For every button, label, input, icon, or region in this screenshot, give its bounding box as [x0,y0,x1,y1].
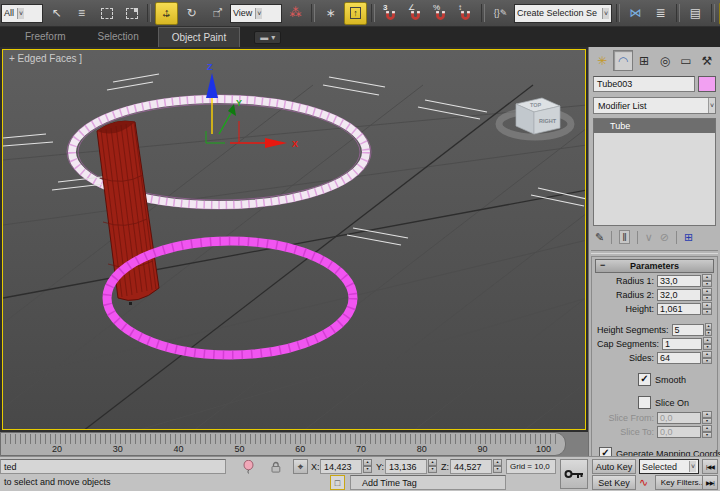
selection-set-dropdown[interactable]: Selected ˅ [639,459,699,474]
tab-motion[interactable]: ◎ [655,50,675,71]
slice-on-checkbox[interactable] [638,396,651,409]
object-color-swatch[interactable] [698,76,716,92]
coord-z-field[interactable]: 44,527 [450,459,492,474]
select-and-scale-button[interactable]: □↗ [205,2,228,25]
smooth-checkbox[interactable]: ✓ [638,373,651,386]
auto-key-button[interactable]: Auto Key [592,459,636,474]
coord-z-spinner[interactable]: ▴▾ [493,459,502,473]
modifier-stack-list[interactable]: Tube [593,118,716,226]
radius1-field[interactable]: 33,0 [657,275,701,287]
cube-icon: □ [335,478,340,488]
add-time-tag-field[interactable]: Add Time Tag [350,475,506,490]
set-key-button[interactable]: Set Key [592,475,636,490]
isolate-selection-toggle[interactable] [243,460,254,474]
separator [611,231,612,244]
select-and-move-button[interactable]: ↔↕ [155,2,178,25]
timeline-tick-label: 80 [417,444,427,454]
parameters-rollout-header[interactable]: − Parameters [595,259,714,273]
angle-snap-button[interactable]: ∠ [404,2,427,25]
slice-from-spinner[interactable]: ▴▾ [702,411,712,424]
mirror-icon: ⋈ [630,6,642,20]
sides-spinner[interactable]: ▴▾ [702,351,712,364]
height-field[interactable]: 1,061 [657,303,701,315]
set-keys-button[interactable] [560,459,588,489]
modifier-list-dropdown[interactable]: Modifier List ˅ [593,97,716,114]
edit-named-selection-sets-button[interactable]: {}✎ [489,2,512,25]
select-and-manipulate-button[interactable]: ∗ [319,2,342,25]
set-key-filters-curve-icon[interactable]: ∿ [639,476,652,489]
chevron-down-icon: ˅ [17,8,24,19]
generate-mapping-coords-checkbox[interactable]: ✓ [599,447,612,456]
adaptive-degradation-toggle[interactable]: □ [330,475,345,490]
modifier-stack-item[interactable]: Tube [594,119,715,133]
slice-to-label: Slice To: [620,427,654,437]
go-to-start-icon: |◀◀ [706,463,714,470]
height-spinner[interactable]: ▴▾ [702,302,712,315]
selection-status-text: ted [4,462,17,472]
make-unique-button[interactable]: ∨ [645,231,653,244]
list-cursor-icon: ≡ [78,6,85,20]
keyboard-override-button[interactable]: ↑ [344,2,367,25]
slice-to-field[interactable]: 0,0 [657,426,701,438]
tab-create[interactable]: ✳ [592,50,612,71]
mirror-button[interactable]: ⋈ [624,2,647,25]
remove-modifier-button[interactable]: ⊘ [660,231,669,244]
pin-stack-button[interactable]: ✎ [595,231,604,244]
tab-display[interactable]: ▭ [676,50,696,71]
viewport-label[interactable]: + Edged Faces ] [9,53,82,64]
window-crossing-button[interactable] [120,2,143,25]
layer-manager-button[interactable]: ▤ [684,2,707,25]
show-end-result-button[interactable]: ‖ [619,230,630,244]
absolute-mode-toggle[interactable]: ⌖ [293,459,308,474]
height-segments-spinner[interactable]: ▴▾ [705,323,712,336]
spinner-snap-button[interactable]: ↕ [454,2,477,25]
coord-y-spinner[interactable]: ▴▾ [428,459,437,473]
select-object-button[interactable]: ↖ [45,2,68,25]
ribbon-tab-freeform[interactable]: Freeform [12,27,79,47]
selection-region-button[interactable] [95,2,118,25]
timeline-ruler[interactable]: 2030405060708090100 [0,432,566,456]
reference-coordinate-dropdown[interactable]: View ˅ [230,4,282,23]
radius2-spinner[interactable]: ▴▾ [702,288,712,301]
parameters-title: Parameters [630,261,679,271]
sides-field[interactable]: 64 [657,352,701,364]
toolbar-separator [711,4,715,22]
cap-segments-spinner[interactable]: ▴▾ [703,337,712,350]
coord-z-label: Z: [441,459,449,474]
radius1-spinner[interactable]: ▴▾ [702,274,712,287]
coord-x-spinner[interactable]: ▴▾ [363,459,372,473]
prompt-line: to select and move objects [4,477,111,487]
perspective-viewport[interactable]: Z X Y TOP RIGHT [2,49,586,430]
configure-modifier-sets-button[interactable]: ⊞ [684,231,693,244]
align-button[interactable]: ≣ [649,2,672,25]
percent-snap-button[interactable]: % [429,2,452,25]
named-selection-sets-dropdown[interactable]: Create Selection Se ˅ [514,4,612,23]
radius2-field[interactable]: 32,0 [657,289,701,301]
ribbon-minimize-toggle[interactable]: ▬▾ [254,31,281,44]
timeline-tick-label: 40 [174,444,184,454]
object-name-field[interactable]: Tube003 [593,76,695,92]
coord-x-field[interactable]: 14,423 [320,459,362,474]
select-by-name-button[interactable]: ≡ [70,2,93,25]
timeline-track-bar[interactable]: 2030405060708090100 [0,432,588,456]
coord-y-field[interactable]: 13,136 [385,459,427,474]
go-to-start-button[interactable]: |◀◀ [702,459,718,474]
tab-modify[interactable]: ◠ [613,50,633,71]
tab-utilities[interactable]: ⚒ [697,50,717,71]
dashed-rect-icon [101,8,113,19]
snaps-toggle-button[interactable]: 3 [379,2,402,25]
viewport-scene[interactable]: Z X Y TOP RIGHT [3,50,586,430]
cap-segments-field[interactable]: 1 [662,338,702,350]
selection-filter-dropdown[interactable]: All ˅ [1,4,43,23]
go-to-end-button[interactable]: ▶▶| [702,475,718,490]
selection-lock-toggle[interactable] [270,461,282,473]
move-cross-icon: ↔↕ [160,7,173,20]
select-and-rotate-button[interactable]: ↻ [180,2,203,25]
slice-from-field[interactable]: 0,0 [657,412,701,424]
height-segments-field[interactable]: 5 [672,324,704,336]
ribbon-tab-object-paint[interactable]: Object Paint [158,27,240,47]
tab-hierarchy[interactable]: ⊞ [634,50,654,71]
use-pivot-center-button[interactable]: ⁂ [284,2,307,25]
slice-to-spinner[interactable]: ▴▾ [702,425,712,438]
ribbon-tab-selection[interactable]: Selection [85,27,152,47]
